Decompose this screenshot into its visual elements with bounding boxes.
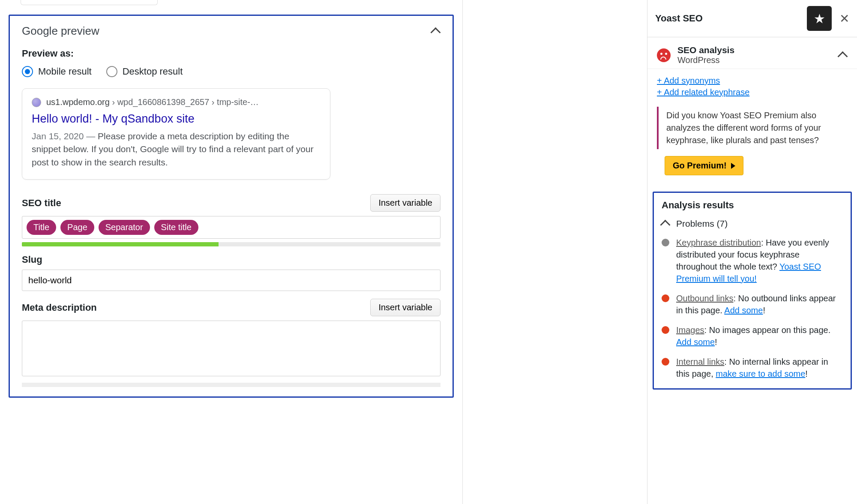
yoast-sidebar: Yoast SEO ★ ✕ SEO analysis WordPress + A… (647, 0, 857, 504)
chevron-up-icon[interactable] (432, 27, 440, 36)
problems-list: Keyphrase distribution: Have you evenly … (662, 237, 843, 380)
radio-mobile-label: Mobile result (38, 66, 92, 77)
preview-mode-radio-group: Mobile result Desktop result (22, 66, 440, 77)
search-snippet-preview: us1.wpdemo.org › wpd_1660861398_2657 › t… (22, 88, 330, 180)
globe-icon (32, 98, 41, 107)
analysis-results-heading: Analysis results (662, 200, 843, 211)
radio-desktop-label: Desktop result (123, 66, 183, 77)
bullet-icon (662, 239, 669, 246)
triangle-right-icon (731, 163, 735, 169)
insert-variable-button-title[interactable]: Insert variable (370, 194, 440, 212)
chevron-up-icon (839, 51, 848, 60)
google-preview-panel: Google preview Preview as: Mobile result… (9, 15, 454, 398)
preview-as-label: Preview as: (22, 48, 440, 59)
meta-description-progress (22, 383, 440, 387)
issue-name[interactable]: Images (676, 325, 704, 335)
radio-icon (106, 66, 117, 77)
radio-desktop-result[interactable]: Desktop result (106, 66, 183, 77)
seo-title-label: SEO title (22, 198, 61, 209)
snippet-body: Jan 15, 2020 — Please provide a meta des… (32, 130, 321, 169)
sad-face-icon (657, 48, 671, 62)
chip-title[interactable]: Title (27, 220, 56, 235)
issue-link[interactable]: make sure to add some (716, 369, 805, 378)
issue-name[interactable]: Outbound links (676, 294, 733, 303)
issue-images: Images: No images appear on this page. A… (662, 324, 843, 348)
issue-name[interactable]: Keyphrase distribution (676, 238, 761, 247)
seo-analysis-title: SEO analysis (677, 45, 734, 55)
snippet-title: Hello world! - My qSandbox site (32, 112, 321, 126)
issue-outbound-links: Outbound links: No outbound links appear… (662, 292, 843, 316)
issue-link[interactable]: Add some (724, 306, 763, 315)
chip-page[interactable]: Page (60, 220, 94, 235)
seo-analysis-keyword: WordPress (677, 55, 734, 65)
radio-mobile-result[interactable]: Mobile result (22, 66, 92, 77)
go-premium-button[interactable]: Go Premium! (665, 156, 743, 175)
issue-link[interactable]: Add some (676, 337, 715, 347)
go-premium-label: Go Premium! (673, 161, 727, 171)
chip-site-title[interactable]: Site title (154, 220, 198, 235)
progress-fill (22, 242, 219, 246)
snippet-date: Jan 15, 2020 (32, 131, 84, 141)
seo-analysis-toggle[interactable]: SEO analysis WordPress (657, 45, 848, 65)
bullet-icon (662, 358, 669, 366)
google-preview-title: Google preview (22, 24, 99, 38)
bullet-icon (662, 326, 669, 334)
snippet-domain: us1.wpdemo.org (46, 97, 110, 107)
issue-keyphrase-distribution: Keyphrase distribution: Have you evenly … (662, 237, 843, 285)
issue-internal-links: Internal links: No internal links appear… (662, 356, 843, 380)
slug-input[interactable] (22, 270, 440, 291)
insert-variable-button-meta[interactable]: Insert variable (370, 299, 440, 316)
chip-separator[interactable]: Separator (99, 220, 150, 235)
meta-description-label: Meta description (22, 302, 97, 313)
meta-description-input[interactable] (22, 321, 440, 376)
problems-label: Problems (7) (676, 219, 728, 229)
seo-title-input[interactable]: Title Page Separator Site title (22, 216, 440, 239)
collapsed-panel-edge (21, 0, 158, 5)
star-icon[interactable]: ★ (807, 6, 832, 31)
problems-toggle[interactable]: Problems (7) (662, 219, 843, 229)
bullet-icon (662, 294, 669, 302)
analysis-results-panel: Analysis results Problems (7) Keyphrase … (653, 192, 852, 390)
snippet-path: › wpd_1660861398_2657 › tmp-site-… (110, 97, 259, 107)
snippet-separator: — (84, 131, 98, 141)
sidebar-title: Yoast SEO (655, 13, 703, 24)
slug-label: Slug (22, 254, 42, 265)
issue-name[interactable]: Internal links (676, 357, 724, 366)
chevron-up-icon (662, 219, 670, 228)
premium-promo-text: Did you know Yoast SEO Premium also anal… (657, 107, 848, 149)
close-icon[interactable]: ✕ (839, 12, 849, 26)
seo-title-progress (22, 242, 440, 246)
add-related-keyphrase-link[interactable]: + Add related keyphrase (657, 87, 848, 97)
add-synonyms-link[interactable]: + Add synonyms (657, 76, 848, 86)
radio-icon (22, 66, 33, 77)
